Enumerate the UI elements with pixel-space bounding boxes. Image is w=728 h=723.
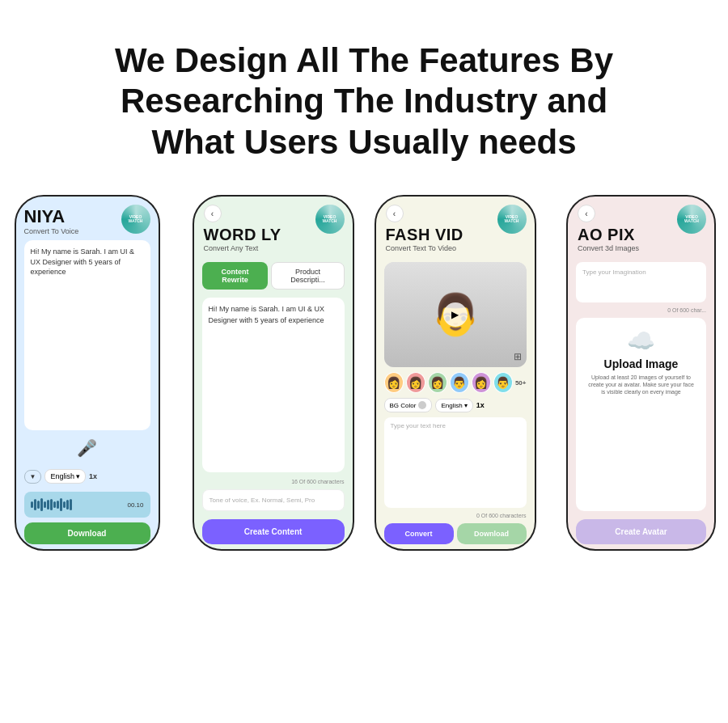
- aopix-upload-desc: Upload at least 20 images of yourself to…: [586, 374, 696, 395]
- wordly-create-btn[interactable]: Create Content: [202, 519, 345, 544]
- fashvid-lang[interactable]: English ▾: [435, 399, 472, 412]
- wordly-body: Content Rewrite Product Descripti... Hi!…: [194, 257, 353, 549]
- aopix-create-btn[interactable]: Create Avatar: [576, 519, 706, 544]
- fashvid-play-btn[interactable]: ▶: [443, 302, 468, 327]
- watch-badge-wordly: VIDEOWATCH: [315, 205, 345, 234]
- fashvid-btn-row: Convert Download: [384, 523, 527, 544]
- niya-lang[interactable]: English ▾: [44, 469, 86, 484]
- wordly-tone-input[interactable]: Tone of voice, Ex. Normal, Semi, Pro: [202, 489, 345, 511]
- fashvid-convert-btn[interactable]: Convert: [384, 523, 454, 544]
- aopix-upload-area[interactable]: ☁️ Upload Image Upload at least 20 image…: [576, 318, 706, 511]
- fashvid-back-btn[interactable]: ‹: [386, 205, 404, 222]
- phone-niya: VIDEOWATCH NIYA Convert To Voice Hi! My …: [15, 195, 160, 551]
- fashvid-app-name: FASH VID: [386, 226, 494, 244]
- fashvid-text-input[interactable]: Type your text here: [384, 417, 527, 508]
- fashvid-text-placeholder: Type your text here: [391, 422, 446, 429]
- phone-3-wrapper: VIDEOWATCH ‹ FASH VID Convert Text To Vi…: [364, 195, 546, 551]
- niya-body-text: Hi! My name is Sarah. I am UI & UX Desig…: [31, 247, 135, 276]
- niya-waveform: 00.10: [24, 492, 150, 518]
- niya-left-btn[interactable]: ▼: [24, 470, 42, 484]
- fashvid-body: 👨 ▶ ⊞ 👩 👩 👩 👨 👩 👨 50+: [376, 257, 535, 549]
- niya-app-name: NIYA: [24, 206, 79, 227]
- wordly-tab-product[interactable]: Product Descripti...: [271, 262, 344, 290]
- wordly-app-sub: Convert Any Text: [204, 244, 312, 252]
- phone-4-wrapper: VIDEOWATCH ‹ AO PIX Convert 3d Images Ty…: [546, 195, 728, 551]
- waveform-bars: [31, 497, 124, 513]
- phone-2-wrapper: VIDEOWATCH ‹ WORD LY Convert Any Text Co…: [182, 195, 364, 551]
- wordly-tabs: Content Rewrite Product Descripti...: [202, 262, 345, 290]
- aopix-imagine-input[interactable]: Type your Imagination: [576, 262, 706, 302]
- niya-lang-chevron: ▾: [76, 472, 80, 480]
- watch-badge-niya: VIDEOWATCH: [121, 205, 150, 234]
- fashvid-controls: BG Color English ▾ 1x: [384, 398, 527, 412]
- upload-cloud-icon: ☁️: [627, 328, 655, 354]
- fashvid-lang-label: English: [441, 402, 462, 409]
- wordly-back-btn[interactable]: ‹: [204, 205, 222, 222]
- niya-controls: ▼ English ▾ 1x: [24, 466, 150, 487]
- fashvid-more-count: 50+: [515, 379, 527, 387]
- aopix-char-count: 0 Of 600 char...: [576, 307, 706, 313]
- fashvid-screenshot-icon: ⊞: [514, 351, 522, 362]
- niya-speed: 1x: [89, 472, 97, 480]
- watch-badge-fashvid: VIDEOWATCH: [497, 205, 527, 234]
- watch-badge-aopix: VIDEOWATCH: [677, 205, 706, 234]
- wordly-app-name: WORD LY: [204, 226, 312, 244]
- aopix-upload-label: Upload Image: [604, 357, 679, 370]
- niya-lang-label: English: [50, 472, 74, 480]
- aopix-imagine-placeholder: Type your Imagination: [582, 268, 646, 276]
- fashvid-lang-chevron: ▾: [464, 402, 468, 409]
- niya-download-btn[interactable]: Download: [24, 522, 150, 544]
- fashvid-char-count: 0 Of 600 characters: [384, 513, 527, 518]
- wordly-textarea[interactable]: Hi! My name is Sarah. I am UI & UX Desig…: [202, 298, 345, 472]
- phones-row: VIDEOWATCH NIYA Convert To Voice Hi! My …: [0, 195, 728, 575]
- aopix-app-sub: Convert 3d Images: [578, 244, 674, 252]
- wordly-tab-rewrite[interactable]: Content Rewrite: [202, 262, 269, 290]
- fashvid-avatars: 👩 👩 👩 👨 👩 👨 50+: [384, 372, 527, 393]
- phone-1-wrapper: VIDEOWATCH NIYA Convert To Voice Hi! My …: [0, 195, 182, 551]
- niya-time: 00.10: [127, 501, 143, 509]
- niya-text-box: Hi! My name is Sarah. I am UI & UX Desig…: [24, 240, 150, 430]
- fashvid-app-sub: Convert Text To Video: [386, 244, 494, 252]
- header-title: We Design All The Features By Researchin…: [65, 40, 663, 163]
- phone-fashvid: VIDEOWATCH ‹ FASH VID Convert Text To Vi…: [375, 195, 536, 551]
- fashvid-download-btn[interactable]: Download: [457, 523, 527, 544]
- aopix-back-btn[interactable]: ‹: [578, 205, 595, 222]
- fashvid-bg-label: BG Color: [390, 402, 417, 409]
- phone-niya-body: NIYA Convert To Voice Hi! My name is Sar…: [16, 197, 159, 549]
- fashvid-color-dot: [418, 401, 426, 409]
- fashvid-speed: 1x: [476, 401, 485, 409]
- niya-mic[interactable]: 🎤: [24, 435, 150, 461]
- aopix-body: Type your Imagination 0 Of 600 char... ☁…: [568, 257, 714, 549]
- phone-wordly: VIDEOWATCH ‹ WORD LY Convert Any Text Co…: [193, 195, 354, 551]
- aopix-app-name: AO PIX: [578, 226, 674, 244]
- niya-app-sub: Convert To Voice: [24, 227, 79, 235]
- fashvid-bg-color[interactable]: BG Color: [384, 398, 433, 412]
- wordly-char-count: 16 Of 600 characters: [202, 479, 345, 484]
- fashvid-main-avatar: 👨 ▶ ⊞: [384, 262, 527, 367]
- phone-aopix: VIDEOWATCH ‹ AO PIX Convert 3d Images Ty…: [566, 195, 716, 551]
- header-section: We Design All The Features By Researchin…: [0, 0, 728, 195]
- wordly-body-text: Hi! My name is Sarah. I am UI & UX Desig…: [209, 305, 325, 324]
